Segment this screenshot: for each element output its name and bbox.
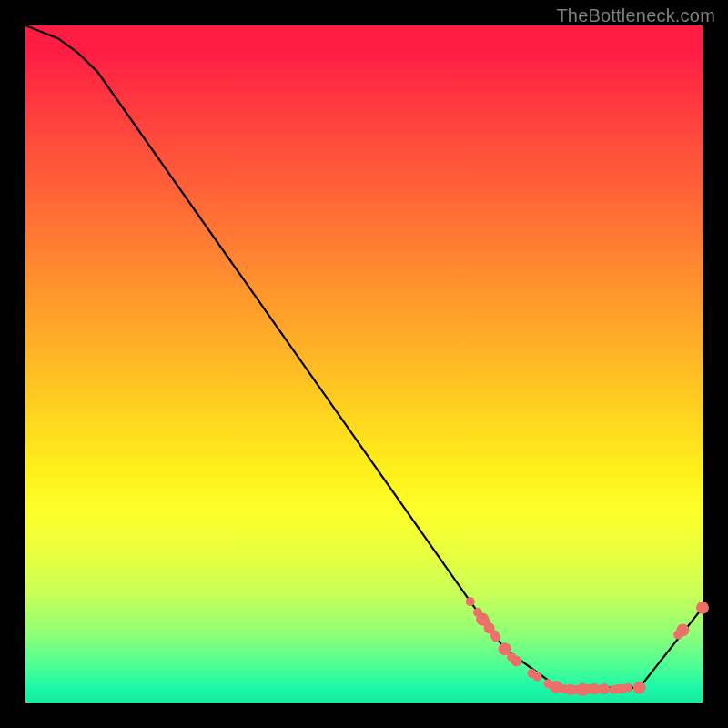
chart-overlay <box>25 25 703 703</box>
bottleneck-curve <box>25 25 703 688</box>
scatter-point <box>466 597 475 606</box>
scatter-point <box>633 682 646 694</box>
scatter-point <box>696 602 709 614</box>
scatter-point <box>599 683 610 694</box>
scatter-point <box>491 633 500 642</box>
scatter-point <box>676 623 689 636</box>
scatter-point <box>511 656 521 667</box>
scatter-point <box>549 682 558 691</box>
watermark-text: TheBottleneck.com <box>556 5 715 26</box>
chart-frame: TheBottleneck.com <box>0 0 728 728</box>
scatter-point <box>532 672 541 682</box>
scatter-point <box>623 683 632 693</box>
